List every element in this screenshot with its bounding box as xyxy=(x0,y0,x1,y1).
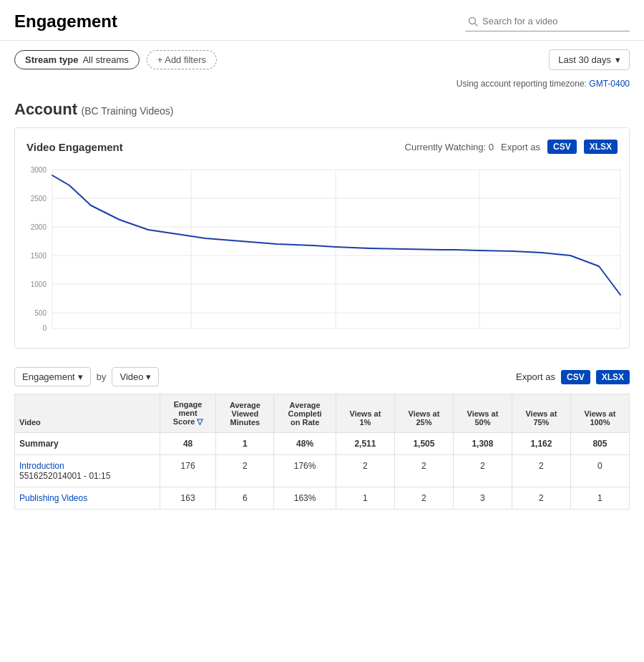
account-sub: (BC Training Videos) xyxy=(82,105,174,117)
svg-text:25%: 25% xyxy=(184,334,198,334)
chevron-down-icon: ▾ xyxy=(78,371,83,382)
search-icon xyxy=(468,16,478,26)
chart-title: Video Engagement xyxy=(26,141,123,153)
account-heading: Account (BC Training Videos) xyxy=(0,94,644,127)
date-range-select[interactable]: Last 30 days ▾ xyxy=(549,49,630,70)
table-controls-left: Engagement ▾ by Video ▾ xyxy=(14,367,159,386)
add-filters-label: + Add filters xyxy=(157,54,206,65)
row-2-views-75: 2 xyxy=(512,487,570,510)
account-label: Account xyxy=(14,100,77,118)
row-2-views-50: 3 xyxy=(453,487,512,510)
svg-text:2500: 2500 xyxy=(31,195,47,203)
row-1-views-50: 2 xyxy=(453,455,512,487)
timezone-label: Using account reporting timezone: xyxy=(457,79,587,89)
video-select[interactable]: Video ▾ xyxy=(112,367,159,386)
row-1-engagement: 176 xyxy=(160,455,216,487)
chart-meta: Currently Watching: 0 Export as CSV XLSX xyxy=(405,140,618,154)
col-header-views-100: Views at100% xyxy=(570,394,629,433)
row-1-views-25: 2 xyxy=(394,455,453,487)
summary-row: Summary 48 1 48% 2,511 1,505 1,308 1,162… xyxy=(15,433,630,455)
summary-views-1: 2,511 xyxy=(336,433,394,455)
export-as-label: Export as xyxy=(501,142,540,152)
video-select-value: Video xyxy=(119,371,143,382)
row-2-views-1: 1 xyxy=(336,487,394,510)
svg-text:100%: 100% xyxy=(611,334,628,334)
col-header-views-50: Views at50% xyxy=(453,394,512,433)
filters-left: Stream type All streams + Add filters xyxy=(14,50,217,69)
table-xlsx-button[interactable]: XLSX xyxy=(596,370,630,384)
summary-views-100: 805 xyxy=(570,433,629,455)
chart-card: Video Engagement Currently Watching: 0 E… xyxy=(14,127,630,349)
chevron-down-icon: ▾ xyxy=(615,54,620,65)
summary-avg-viewed: 1 xyxy=(216,433,274,455)
svg-text:1500: 1500 xyxy=(31,252,47,260)
row-1-views-75: 2 xyxy=(512,455,570,487)
table-header-row: Video EngagementScore ▽ AverageViewedMin… xyxy=(15,394,630,433)
svg-text:3000: 3000 xyxy=(31,166,47,174)
chart-header: Video Engagement Currently Watching: 0 E… xyxy=(26,140,618,154)
currently-watching-label: Currently Watching: 0 xyxy=(405,142,494,152)
search-input[interactable] xyxy=(482,16,627,26)
row-1-views-1: 2 xyxy=(336,455,394,487)
svg-text:500: 500 xyxy=(34,309,47,317)
filters-row: Stream type All streams + Add filters La… xyxy=(0,41,644,79)
table-row: Introduction 5516252014001 - 01:15 176 2… xyxy=(15,455,630,487)
row-1-video: Introduction 5516252014001 - 01:15 xyxy=(15,455,160,487)
page-header: Engagement xyxy=(0,0,644,41)
engagement-table: Video EngagementScore ▽ AverageViewedMin… xyxy=(14,394,630,510)
col-header-avg-completion: AverageCompletion Rate xyxy=(274,394,336,433)
table-export: Export as CSV XLSX xyxy=(516,370,630,384)
row-1-video-id: 5516252014001 - 01:15 xyxy=(19,471,110,481)
row-2-engagement: 163 xyxy=(160,487,216,510)
search-box[interactable] xyxy=(465,11,630,31)
engagement-select[interactable]: Engagement ▾ xyxy=(14,367,91,386)
table-csv-button[interactable]: CSV xyxy=(561,370,590,384)
col-header-views-1: Views at1% xyxy=(336,394,394,433)
stream-type-value: All streams xyxy=(82,54,128,65)
chevron-down-icon-2: ▾ xyxy=(146,371,151,382)
summary-views-50: 1,308 xyxy=(453,433,512,455)
svg-text:2000: 2000 xyxy=(31,223,47,231)
svg-text:1%: 1% xyxy=(47,334,58,334)
row-1-avg-viewed: 2 xyxy=(216,455,274,487)
stream-type-button[interactable]: Stream type All streams xyxy=(14,50,140,69)
col-header-engagement[interactable]: EngagementScore ▽ xyxy=(160,394,216,433)
col-header-views-75: Views at75% xyxy=(512,394,570,433)
by-label: by xyxy=(97,371,107,382)
summary-engagement: 48 xyxy=(160,433,216,455)
svg-text:1000: 1000 xyxy=(31,281,47,288)
row-1-video-link[interactable]: Introduction xyxy=(19,461,64,471)
col-header-video: Video xyxy=(15,394,160,433)
page-title: Engagement xyxy=(14,11,117,31)
svg-line-1 xyxy=(475,23,478,26)
date-range-value: Last 30 days xyxy=(558,54,611,65)
table-export-label: Export as xyxy=(516,371,555,382)
table-section: Engagement ▾ by Video ▾ Export as CSV XL… xyxy=(14,360,630,510)
row-2-views-25: 2 xyxy=(394,487,453,510)
add-filters-button[interactable]: + Add filters xyxy=(147,50,217,69)
table-controls: Engagement ▾ by Video ▾ Export as CSV XL… xyxy=(14,360,630,394)
col-header-avg-viewed: AverageViewedMinutes xyxy=(216,394,274,433)
svg-text:75%: 75% xyxy=(472,334,487,334)
chart-svg-container: 3000 2500 2000 1500 1000 500 0 1% 25% xyxy=(26,162,618,336)
svg-text:50%: 50% xyxy=(328,334,343,334)
summary-views-25: 1,505 xyxy=(394,433,453,455)
chart-csv-button[interactable]: CSV xyxy=(547,140,577,154)
svg-text:0: 0 xyxy=(42,324,47,332)
row-1-views-100: 0 xyxy=(570,455,629,487)
row-2-video-link[interactable]: Publishing Videos xyxy=(19,493,87,503)
chart-xlsx-button[interactable]: XLSX xyxy=(584,140,618,154)
row-2-views-100: 1 xyxy=(570,487,629,510)
row-2-avg-viewed: 6 xyxy=(216,487,274,510)
summary-views-75: 1,162 xyxy=(512,433,570,455)
stream-type-label: Stream type xyxy=(25,54,78,65)
row-2-video: Publishing Videos xyxy=(15,487,160,510)
row-1-avg-completion: 176% xyxy=(274,455,336,487)
engagement-chart: 3000 2500 2000 1500 1000 500 0 1% 25% xyxy=(26,162,628,334)
summary-avg-completion: 48% xyxy=(274,433,336,455)
timezone-link[interactable]: GMT-0400 xyxy=(589,79,630,89)
row-2-avg-completion: 163% xyxy=(274,487,336,510)
col-header-views-25: Views at25% xyxy=(394,394,453,433)
engagement-select-value: Engagement xyxy=(22,371,75,382)
summary-video: Summary xyxy=(15,433,160,455)
